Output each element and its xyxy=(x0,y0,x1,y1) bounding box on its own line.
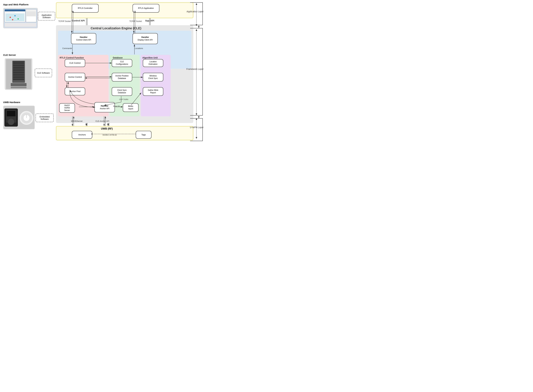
location-estimation-box: Location Estimation xyxy=(143,59,163,67)
svg-rect-48 xyxy=(27,14,36,15)
svg-rect-57 xyxy=(13,68,24,70)
anchors-box: Anchors xyxy=(72,131,92,139)
cle-software-box: CLE Software xyxy=(35,69,52,77)
tcp-ip-left-label: TCP/IP Socket xyxy=(58,20,71,22)
handler-control-box: Handler Control Client API xyxy=(71,33,96,44)
wifi-ethernet-label: WiFi/Ethernet xyxy=(71,120,82,122)
svg-rect-47 xyxy=(27,13,36,14)
rtls-controller-box: RTLS Controller xyxy=(72,4,99,13)
svg-rect-45 xyxy=(27,10,36,11)
svg-rect-62 xyxy=(13,77,24,78)
dhcp-server-box: DHCP mDNS Server xyxy=(59,103,75,113)
svg-rect-59 xyxy=(13,72,24,73)
application-layer-bracket xyxy=(190,2,203,25)
gather-blink-report-box: Gather Blink Report xyxy=(143,87,163,96)
handler-anchor-subtitle: Anchor API xyxy=(100,107,109,110)
blink-rx-label: Blink RX xyxy=(113,105,120,107)
tags-box: Tags xyxy=(136,131,152,139)
handler-display-box: Handler Display Client API xyxy=(133,33,158,44)
embedded-software-label: Embedded Software xyxy=(37,116,52,120)
commands-label: Commands xyxy=(62,47,72,50)
svg-rect-46 xyxy=(27,11,36,12)
application-software-label: Application Software xyxy=(39,14,54,19)
cle-control-box: CLE Control xyxy=(65,59,85,67)
anchor-control-box: Anchor Control xyxy=(65,73,85,81)
svg-rect-55 xyxy=(13,65,24,66)
control-api-label: Control API xyxy=(72,19,85,22)
anchor-position-db-box: Anchor Position Database xyxy=(112,73,132,81)
svg-rect-60 xyxy=(13,74,24,75)
uwpn-layer-bracket xyxy=(190,118,203,141)
svg-rect-69 xyxy=(7,111,15,116)
svg-rect-54 xyxy=(13,63,24,65)
svg-point-70 xyxy=(8,119,14,125)
uwb-hardware-title: UWB Hardware xyxy=(3,101,20,103)
svg-rect-65 xyxy=(11,87,27,88)
rtls-control-label: RTLS Control Function xyxy=(60,56,84,59)
handler-control-subtitle: Control Client API xyxy=(76,39,91,41)
diagram-container: App and Web Platform Application Softwar… xyxy=(0,0,205,151)
framework-layer-label: Framework Layer xyxy=(186,68,204,70)
cle-anchor-api-label: CLE-Anchor API xyxy=(95,120,109,122)
handler-display-subtitle: Display Client API xyxy=(138,39,152,41)
handler-control-title: Handler xyxy=(80,36,87,38)
handler-anchor-box: Handler Anchor API xyxy=(94,102,115,112)
tcp-ip-right-label: TCP/IP Socket xyxy=(129,20,142,22)
wireless-clock-sync-box: Wireless Clock Sync xyxy=(143,73,163,81)
svg-point-43 xyxy=(12,19,13,20)
svg-rect-58 xyxy=(13,70,24,71)
svg-rect-64 xyxy=(11,83,27,86)
svg-rect-39 xyxy=(5,13,24,21)
svg-rect-56 xyxy=(13,67,24,68)
clock-sync-db-box: Clock Sync Database xyxy=(112,87,132,96)
server-image xyxy=(5,58,32,90)
svg-rect-49 xyxy=(27,15,36,16)
application-software-box: Application Software xyxy=(38,12,55,20)
app-screenshot xyxy=(3,8,38,28)
handler-display-title: Handler xyxy=(141,36,149,38)
algorithm-label: Algorithm Unit xyxy=(142,56,158,59)
blinks-report-box: Blinks report xyxy=(123,103,138,112)
embedded-software-box: Embedded Software xyxy=(35,113,54,122)
svg-rect-38 xyxy=(5,12,15,13)
handler-anchor-title: Handler xyxy=(101,105,108,107)
app-platform-title: App and Web Platform xyxy=(3,3,29,6)
anchor-find-box: Anchor Find xyxy=(65,88,85,95)
svg-point-41 xyxy=(14,15,16,16)
cle-software-label: CLE Software xyxy=(37,72,50,74)
svg-rect-50 xyxy=(5,23,36,27)
svg-rect-63 xyxy=(13,79,24,80)
app-api-label: App API xyxy=(145,19,154,22)
cle-config-box: CLE Configurations xyxy=(112,59,132,67)
svg-point-42 xyxy=(18,18,19,19)
rtls-application-box: RTLS Application xyxy=(133,4,159,13)
svg-point-40 xyxy=(10,17,11,18)
uwb-rf-title: UWB (RF) xyxy=(101,127,113,130)
uwpn-layer-label: U-WPN Layer xyxy=(190,126,204,129)
svg-rect-53 xyxy=(13,61,24,63)
uwb-hardware-image xyxy=(3,106,35,129)
svg-rect-61 xyxy=(13,75,24,77)
database-label: Database xyxy=(113,56,123,59)
application-layer-label: Application Layer xyxy=(187,10,204,13)
cle-title: Central Localization Engine (CLE) xyxy=(88,27,144,30)
framework-layer-bracket xyxy=(190,28,203,116)
ccp-txrx-label: CCP TX/RX xyxy=(119,98,128,100)
svg-rect-37 xyxy=(5,9,25,11)
locations-label: Locations xyxy=(135,47,143,50)
cle-server-title: CLE Server xyxy=(3,54,16,56)
iso-arrow xyxy=(91,132,137,135)
